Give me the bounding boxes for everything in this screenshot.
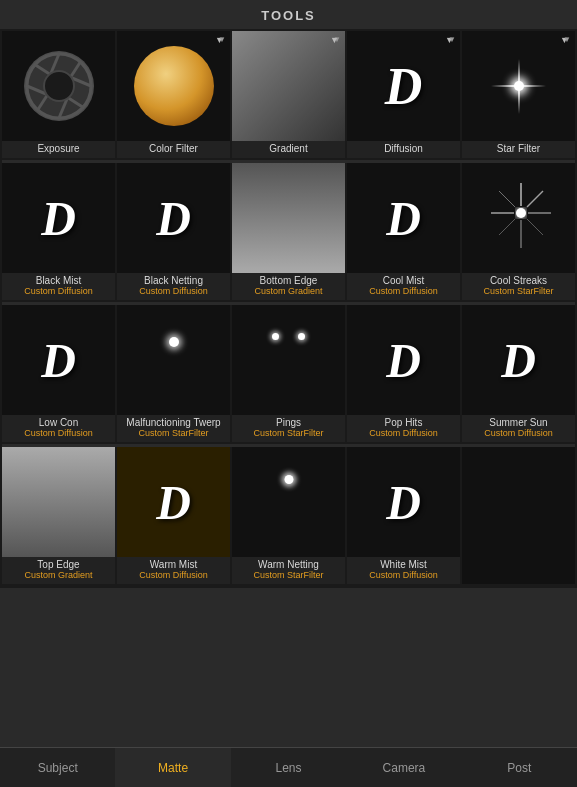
warm-mist-thumbnail: D xyxy=(117,447,230,557)
ping-dot-1-icon xyxy=(272,333,279,340)
svg-point-10 xyxy=(516,208,526,218)
tab-post[interactable]: Post xyxy=(462,748,577,787)
colorfilter-icon xyxy=(134,46,214,126)
ping-dot-2-icon xyxy=(298,333,305,340)
exposure-thumbnail xyxy=(2,31,115,141)
diffusion-label: Diffusion xyxy=(347,141,460,158)
diffusion-thumbnail: ▼ D xyxy=(347,31,460,141)
exposure-label: Exposure xyxy=(2,141,115,158)
gradient-thumbnail: ▼ xyxy=(232,31,345,141)
empty-thumbnail xyxy=(462,447,575,557)
tool-cool-streaks[interactable]: Cool Streaks Custom StarFilter xyxy=(462,163,575,300)
tool-pop-hits[interactable]: D Pop Hits Custom Diffusion xyxy=(347,305,460,442)
cool-streaks-icon xyxy=(479,178,559,258)
page-header: TOOLS xyxy=(0,0,577,29)
top-edge-label: Top Edge Custom Gradient xyxy=(2,557,115,584)
tool-black-netting[interactable]: D Black Netting Custom Diffusion xyxy=(117,163,230,300)
gradient-label: Gradient xyxy=(232,141,345,158)
svg-line-16 xyxy=(527,191,543,207)
bottom-edge-icon xyxy=(232,163,345,273)
white-mist-label: White Mist Custom Diffusion xyxy=(347,557,460,584)
tab-subject[interactable]: Subject xyxy=(0,748,115,787)
white-mist-thumbnail: D xyxy=(347,447,460,557)
tool-exposure[interactable]: Exposure xyxy=(2,31,115,158)
cool-streaks-thumbnail xyxy=(462,163,575,273)
dropdown-arrow-g: ▼ xyxy=(330,35,339,45)
tab-camera[interactable]: Camera xyxy=(346,748,461,787)
tool-top-edge[interactable]: Top Edge Custom Gradient xyxy=(2,447,115,584)
pop-hits-thumbnail: D xyxy=(347,305,460,415)
tool-color-filter[interactable]: ▼ Color Filter xyxy=(117,31,230,158)
black-mist-thumbnail: D xyxy=(2,163,115,273)
warm-netting-dot-icon xyxy=(284,475,293,484)
svg-line-18 xyxy=(527,219,543,235)
tab-lens[interactable]: Lens xyxy=(231,748,346,787)
cool-mist-label: Cool Mist Custom Diffusion xyxy=(347,273,460,300)
aperture-icon xyxy=(24,51,94,121)
black-netting-label: Black Netting Custom Diffusion xyxy=(117,273,230,300)
tool-bottom-edge[interactable]: Bottom Edge Custom Gradient xyxy=(232,163,345,300)
tool-white-mist[interactable]: D White Mist Custom Diffusion xyxy=(347,447,460,584)
colorfilter-label: Color Filter xyxy=(117,141,230,158)
bottom-edge-label: Bottom Edge Custom Gradient xyxy=(232,273,345,300)
warm-mist-label: Warm Mist Custom Diffusion xyxy=(117,557,230,584)
tool-star-filter[interactable]: ▼ Star Filter xyxy=(462,31,575,158)
starfilter-label: Star Filter xyxy=(462,141,575,158)
tools-row-3: D Low Con Custom Diffusion Malfunctionin… xyxy=(2,305,575,442)
low-con-thumbnail: D xyxy=(2,305,115,415)
svg-line-15 xyxy=(499,191,515,207)
bottom-edge-thumbnail xyxy=(232,163,345,273)
malfunctioning-twerp-thumbnail xyxy=(117,305,230,415)
tools-container: Exposure ▼ Color Filter ▼ Gradient xyxy=(0,29,577,588)
black-mist-icon: D xyxy=(41,191,76,246)
svg-point-0 xyxy=(27,54,91,118)
tool-gradient[interactable]: ▼ Gradient xyxy=(232,31,345,158)
twerp-dot-icon xyxy=(169,337,179,347)
warm-netting-thumbnail xyxy=(232,447,345,557)
pings-thumbnail xyxy=(232,305,345,415)
tab-matte[interactable]: Matte xyxy=(115,748,230,787)
warm-mist-icon: D xyxy=(156,475,191,530)
warm-netting-label: Warm Netting Custom StarFilter xyxy=(232,557,345,584)
gradient-icon xyxy=(232,31,345,141)
tool-empty xyxy=(462,447,575,584)
tool-low-con[interactable]: D Low Con Custom Diffusion xyxy=(2,305,115,442)
top-edge-icon xyxy=(2,447,115,557)
cool-mist-icon: D xyxy=(386,191,421,246)
tools-row-4: Top Edge Custom Gradient D Warm Mist Cus… xyxy=(2,447,575,584)
pop-hits-label: Pop Hits Custom Diffusion xyxy=(347,415,460,442)
bottom-nav: Subject Matte Lens Camera Post xyxy=(0,747,577,787)
tool-warm-mist[interactable]: D Warm Mist Custom Diffusion xyxy=(117,447,230,584)
top-edge-thumbnail xyxy=(2,447,115,557)
white-mist-icon: D xyxy=(386,475,421,530)
low-con-icon: D xyxy=(41,333,76,388)
tools-row-2: D Black Mist Custom Diffusion D Black Ne… xyxy=(2,163,575,300)
tool-black-mist[interactable]: D Black Mist Custom Diffusion xyxy=(2,163,115,300)
cool-mist-thumbnail: D xyxy=(347,163,460,273)
dropdown-arrow-sf: ▼ xyxy=(560,35,569,45)
summer-sun-thumbnail: D xyxy=(462,305,575,415)
starfilter-thumbnail: ▼ xyxy=(462,31,575,141)
page-title: TOOLS xyxy=(261,8,316,23)
dropdown-arrow-cf: ▼ xyxy=(215,35,224,45)
black-netting-icon: D xyxy=(156,191,191,246)
summer-sun-icon: D xyxy=(501,333,536,388)
svg-line-17 xyxy=(499,219,515,235)
tool-cool-mist[interactable]: D Cool Mist Custom Diffusion xyxy=(347,163,460,300)
malfunctioning-twerp-label: Malfunctioning Twerp Custom StarFilter xyxy=(117,415,230,442)
black-netting-thumbnail: D xyxy=(117,163,230,273)
diffusion-d-icon: D xyxy=(385,57,423,116)
tool-summer-sun[interactable]: D Summer Sun Custom Diffusion xyxy=(462,305,575,442)
tool-pings[interactable]: Pings Custom StarFilter xyxy=(232,305,345,442)
tool-diffusion[interactable]: ▼ D Diffusion xyxy=(347,31,460,158)
colorfilter-thumbnail: ▼ xyxy=(117,31,230,141)
cool-streaks-label: Cool Streaks Custom StarFilter xyxy=(462,273,575,300)
pings-label: Pings Custom StarFilter xyxy=(232,415,345,442)
black-mist-label: Black Mist Custom Diffusion xyxy=(2,273,115,300)
pop-hits-icon: D xyxy=(386,333,421,388)
dropdown-arrow-d: ▼ xyxy=(445,35,454,45)
tool-malfunctioning-twerp[interactable]: Malfunctioning Twerp Custom StarFilter xyxy=(117,305,230,442)
tool-warm-netting[interactable]: Warm Netting Custom StarFilter xyxy=(232,447,345,584)
tools-row-1: Exposure ▼ Color Filter ▼ Gradient xyxy=(2,31,575,158)
low-con-label: Low Con Custom Diffusion xyxy=(2,415,115,442)
